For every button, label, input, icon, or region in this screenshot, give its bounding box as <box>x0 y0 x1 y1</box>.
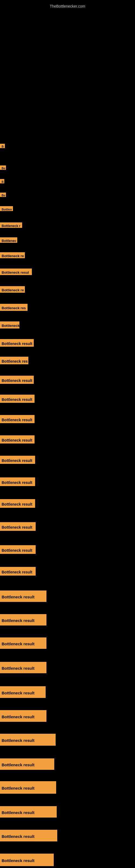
bottleneck-result-label: Bottleneck result <box>0 830 57 841</box>
bottleneck-result-label: Bottleneck result <box>0 499 35 508</box>
bottleneck-result-label: Bottleneck re <box>0 286 25 293</box>
bottleneck-result-label: Bottleneck result <box>0 435 35 443</box>
bottleneck-result-label: Bottleneck result <box>0 545 36 554</box>
bottleneck-result-label: Bottleneck r <box>0 222 22 228</box>
bottleneck-result-label: Bottleneck result <box>0 781 56 794</box>
bottleneck-result-label: Bottlen <box>0 206 13 211</box>
bottleneck-result-label: Bottleneck result <box>0 522 36 531</box>
bottleneck-result-label: Bottleneck re <box>0 252 25 258</box>
bottleneck-result-label: Bottleneck result <box>0 758 54 770</box>
bottleneck-result-label: Bottleneck result <box>0 734 56 746</box>
bottleneck-result-label: Bottleneck result <box>0 415 35 423</box>
bottleneck-result-label: Bottleneck res <box>0 304 28 311</box>
bottleneck-result-label: Bottleneck result <box>0 395 35 403</box>
bottleneck-result-label: Bo <box>0 165 6 170</box>
bottleneck-result-label: Bottleneck result <box>0 477 35 486</box>
bottleneck-result-label: Bottleneck result <box>0 614 46 625</box>
bottleneck-result-label: Bottleneck resul <box>0 269 32 275</box>
bottleneck-result-label: B <box>0 179 4 183</box>
bottleneck-result-label: Bottleneck result <box>0 854 54 866</box>
bottleneck-result-label: Bottleneck result <box>0 376 34 384</box>
bottleneck-result-label: Bottleneck result <box>0 590 46 602</box>
bottleneck-result-label: Bottleneck result <box>0 638 46 649</box>
bottleneck-result-label: Bottleneck result <box>0 710 46 722</box>
bottleneck-result-label: Bottleneck result <box>0 567 36 576</box>
bottleneck-result-label: Bottleneck result <box>0 662 46 673</box>
bottleneck-result-label: Bottleneck result <box>0 456 35 464</box>
bottleneck-result-label: Bottleneck result <box>0 339 34 347</box>
bottleneck-result-label: Bottlenec <box>0 237 17 243</box>
bottleneck-result-label: Bottleneck <box>0 321 19 329</box>
bottleneck-result-label: Bottleneck result <box>0 806 57 817</box>
bottleneck-result-label: Bottleneck res <box>0 357 28 364</box>
bottleneck-result-label: Bo <box>0 193 6 197</box>
bottleneck-result-label: Bottleneck result <box>0 686 46 698</box>
site-title: TheBottlenecker.com <box>50 1 85 10</box>
bottleneck-result-label: B <box>0 144 5 148</box>
